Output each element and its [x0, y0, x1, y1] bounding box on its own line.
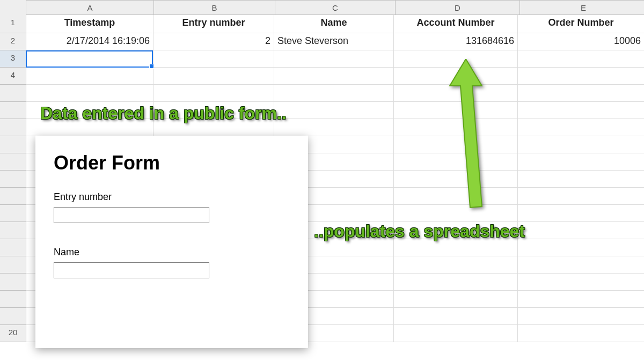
- row-header-blank[interactable]: [0, 239, 26, 256]
- row-header-blank[interactable]: 20: [0, 325, 26, 342]
- cell-blank[interactable]: [518, 102, 644, 119]
- cell-d1[interactable]: Account Number: [394, 15, 518, 33]
- cell-blank[interactable]: [518, 153, 644, 171]
- cell-blank[interactable]: [394, 291, 518, 308]
- svg-marker-1: [450, 59, 482, 208]
- cell-blank[interactable]: [394, 256, 518, 274]
- cell-a1[interactable]: Timestamp: [26, 15, 153, 33]
- row-header-3[interactable]: 3: [0, 50, 26, 68]
- cell-a2[interactable]: 2/17/2014 16:19:06: [26, 33, 153, 50]
- col-header-c[interactable]: C: [275, 0, 396, 15]
- row-header-blank[interactable]: [0, 85, 26, 102]
- cell-blank[interactable]: [518, 308, 644, 325]
- annotation-text-1: Data entered in a public form..: [40, 104, 287, 123]
- cell-c1[interactable]: Name: [274, 15, 394, 33]
- row-blank: [0, 85, 644, 102]
- form-overlay: Order Form Entry number Name: [35, 136, 308, 348]
- cell-blank[interactable]: [274, 85, 394, 102]
- cell-blank[interactable]: [26, 85, 153, 102]
- cell-e4[interactable]: [518, 68, 644, 85]
- row-header-blank[interactable]: [0, 171, 26, 188]
- cell-blank[interactable]: [518, 85, 644, 102]
- cell-blank[interactable]: [394, 274, 518, 291]
- col-header-e[interactable]: E: [520, 0, 644, 15]
- row-header-blank[interactable]: [0, 205, 26, 222]
- cell-b4[interactable]: [153, 68, 274, 85]
- column-header-row: A B C D E: [0, 0, 644, 15]
- form-field-label-entry-number: Entry number: [54, 191, 290, 203]
- cell-blank[interactable]: [518, 274, 644, 291]
- arrow-up-icon: [434, 59, 498, 220]
- cell-c3[interactable]: [274, 50, 394, 68]
- cell-blank[interactable]: [394, 308, 518, 325]
- row-header-blank[interactable]: [0, 102, 26, 119]
- form-title: Order Form: [54, 152, 290, 174]
- cell-c2[interactable]: Steve Steverson: [274, 33, 394, 50]
- row-header-blank[interactable]: [0, 222, 26, 239]
- row-1: 1 Timestamp Entry number Name Account Nu…: [0, 15, 644, 33]
- cell-blank[interactable]: [518, 222, 644, 239]
- cell-e2[interactable]: 10006: [518, 33, 644, 50]
- annotation-text-2: ..populates a spreadsheet: [314, 221, 525, 241]
- cell-b1[interactable]: Entry number: [153, 15, 274, 33]
- cell-e3[interactable]: [518, 50, 644, 68]
- col-header-d[interactable]: D: [396, 0, 520, 15]
- cell-e1[interactable]: Order Number: [518, 15, 644, 33]
- row-header-blank[interactable]: [0, 274, 26, 291]
- name-input[interactable]: [54, 262, 209, 278]
- row-header-4[interactable]: 4: [0, 68, 26, 85]
- cell-blank[interactable]: [274, 119, 394, 136]
- col-header-b[interactable]: B: [154, 0, 275, 15]
- cell-blank[interactable]: [518, 188, 644, 205]
- cell-blank[interactable]: [518, 119, 644, 136]
- cell-a4[interactable]: [26, 68, 153, 85]
- cell-b3[interactable]: [153, 50, 274, 68]
- cell-blank[interactable]: [518, 205, 644, 222]
- col-header-a[interactable]: A: [26, 0, 154, 15]
- row-header-blank[interactable]: [0, 291, 26, 308]
- row-4: 4: [0, 68, 644, 85]
- row-header-blank[interactable]: [0, 136, 26, 153]
- cell-blank[interactable]: [518, 325, 644, 342]
- row-2: 2 2/17/2014 16:19:06 2 Steve Steverson 1…: [0, 33, 644, 50]
- cell-blank[interactable]: [518, 136, 644, 153]
- form-field-label-name: Name: [54, 247, 290, 258]
- cell-blank[interactable]: [518, 291, 644, 308]
- cell-blank[interactable]: [153, 85, 274, 102]
- cell-d2[interactable]: 131684616: [394, 33, 518, 50]
- cell-c4[interactable]: [274, 68, 394, 85]
- fill-handle[interactable]: [149, 64, 154, 69]
- cell-blank[interactable]: [274, 102, 394, 119]
- row-header-blank[interactable]: [0, 256, 26, 274]
- cell-blank[interactable]: [518, 239, 644, 256]
- row-header-2[interactable]: 2: [0, 33, 26, 50]
- cell-blank[interactable]: [394, 325, 518, 342]
- cell-blank[interactable]: [518, 256, 644, 274]
- row-header-1[interactable]: 1: [0, 15, 26, 33]
- entry-number-input[interactable]: [54, 207, 209, 223]
- row-header-blank[interactable]: [0, 308, 26, 325]
- row-header-blank[interactable]: [0, 188, 26, 205]
- cell-blank[interactable]: [518, 171, 644, 188]
- cell-blank[interactable]: [394, 239, 518, 256]
- active-cell-outline: [26, 50, 153, 68]
- cell-b2[interactable]: 2: [153, 33, 274, 50]
- row-header-blank[interactable]: [0, 119, 26, 136]
- row-header-blank[interactable]: [0, 153, 26, 171]
